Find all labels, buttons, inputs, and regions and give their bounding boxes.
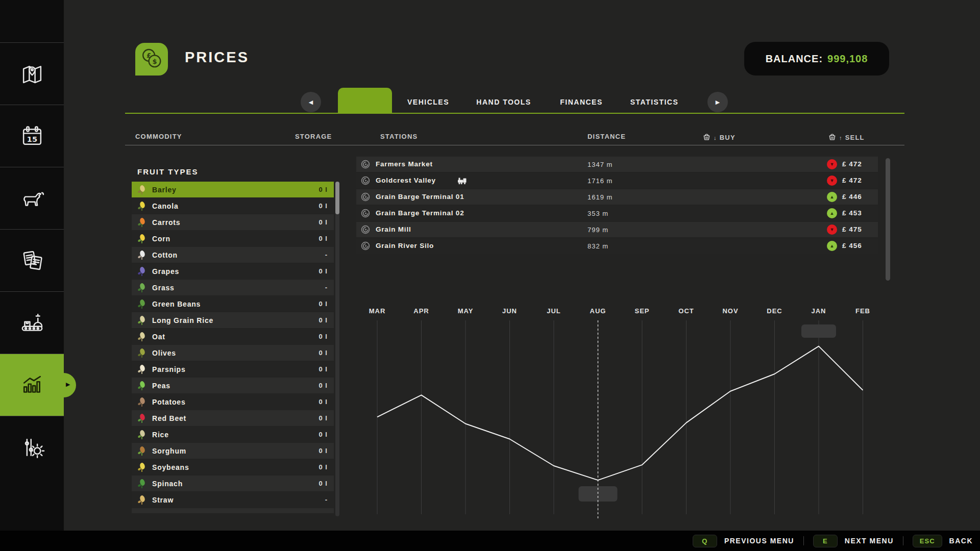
sorghum-icon [136,445,148,457]
month-label-aug: AUG [590,307,606,315]
commodity-row-rice[interactable]: Rice0 l [132,427,334,442]
commodity-label: Rice [152,431,319,439]
station-row-grain-barge-terminal-02[interactable]: Grain Barge Terminal 02353 m▲£ 453 [356,206,878,221]
station-hotspot-icon [360,208,371,218]
commodity-row-potatoes[interactable]: Potatoes0 l [132,394,334,410]
commodity-storage-value: 0 l [319,414,328,422]
station-name: Grain Barge Terminal 01 [376,193,464,201]
commodity-label: Green Beans [152,300,319,308]
caret-right-icon: ▶ [66,381,70,388]
barley-icon [136,184,148,195]
station-hotspot-icon [360,224,371,235]
commodity-row-olives[interactable]: Olives0 l [132,345,334,361]
station-distance: 1619 m [587,193,612,201]
tab-prices-selected[interactable] [338,88,392,114]
sidebar-item-contracts[interactable] [0,229,64,292]
commodity-label: Long Grain Rice [152,316,319,324]
commodity-row-cotton[interactable]: Cotton- [132,247,334,263]
price-trend-up-icon: ▲ [827,241,837,251]
selected-item-bump [52,373,76,397]
commodity-row-spinach[interactable]: Spinach0 l [132,475,334,491]
station-sell-price: £ 453 [842,209,862,217]
tabs-next-button[interactable]: ▶ [707,92,728,112]
hint-next-menu[interactable]: ENEXT MENU [813,535,894,547]
station-hotspot-icon [360,241,371,251]
commodity-row-grass[interactable]: Grass- [132,280,334,295]
commodity-storage-value: 0 l [319,480,328,487]
commodity-label: Straw [152,496,325,504]
commodity-storage-value: 0 l [319,316,328,324]
svg-text:£: £ [146,52,151,59]
commodity-list: Barley0 lCanola0 lCarrots0 lCorn0 lCotto… [132,182,334,513]
commodity-storage-value: 0 l [319,186,328,193]
commodity-row-soybeans[interactable]: Soybeans0 l [132,459,334,475]
commodity-row-carrots[interactable]: Carrots0 l [132,214,334,230]
station-row-grain-river-silo[interactable]: Grain River Silo832 m▲£ 456 [356,238,878,254]
station-row-farmers-market[interactable]: Farmers Market1347 m▼£ 472 [356,157,878,172]
tabbar-underline [125,113,904,114]
commodity-label: Grass [152,284,325,292]
sidebar-item-settings-sliders[interactable] [0,416,64,479]
commodity-label: Potatoes [152,398,319,406]
sidebar-item-calendar[interactable]: 15 [0,105,64,167]
station-row-grain-mill[interactable]: Grain Mill799 m▼£ 475 [356,222,878,237]
commodity-row-green-beans[interactable]: Green Beans0 l [132,296,334,312]
header-divider [125,145,904,145]
commodity-scrollbar-track[interactable] [335,182,339,516]
commodity-label: Sorghum [152,447,319,455]
hint-back[interactable]: ESCBACK [913,535,973,547]
commodity-label: Peas [152,382,319,390]
tab-vehicles[interactable]: VEHICLES [407,98,449,106]
commodity-storage-value: 0 l [319,382,328,389]
commodity-row-barley[interactable]: Barley0 l [132,182,334,197]
settings-sliders-icon [18,434,46,461]
commodity-row-sorghum[interactable]: Sorghum0 l [132,443,334,459]
commodity-label: Carrots [152,218,319,227]
commodity-row-grapes[interactable]: Grapes0 l [132,263,334,279]
commodity-row-corn[interactable]: Corn0 l [132,231,334,246]
sidebar-item-animals[interactable] [0,167,64,230]
station-name: Grain Barge Terminal 02 [376,209,464,217]
sidebar-item-prices-statistics[interactable]: ▶ [0,354,64,416]
station-sell-price: £ 472 [842,177,862,184]
station-name: Goldcrest Valley [376,177,436,184]
column-header-commodity: COMMODITY [135,133,182,140]
commodity-row-red-beet[interactable]: Red Beet0 l [132,410,334,426]
commodity-storage-value: - [325,251,328,259]
tab-hand-tools[interactable]: HAND TOOLS [476,98,531,106]
buy-basket-icon [702,133,711,141]
column-header-distance: DISTANCE [587,133,626,140]
commodity-storage-value: 0 l [319,398,328,406]
month-label-nov: NOV [722,307,738,315]
commodity-storage-value: 0 l [319,365,328,373]
sidebar-item-map[interactable] [0,42,64,105]
commodity-row-peas[interactable]: Peas0 l [132,378,334,393]
commodity-row-canola[interactable]: Canola0 l [132,198,334,214]
hint-previous-menu[interactable]: QPREVIOUS MENU [693,535,794,547]
long-grain-rice-icon [136,315,148,326]
tabs-prev-button[interactable]: ◀ [301,92,321,112]
keycap-esc: ESC [913,535,942,547]
commodity-row-long-grain-rice[interactable]: Long Grain Rice0 l [132,312,334,328]
station-row-grain-barge-terminal-01[interactable]: Grain Barge Terminal 011619 m▲£ 446 [356,189,878,205]
station-scrollbar[interactable] [886,158,890,281]
commodity-label: Red Beet [152,414,319,422]
rice-icon [136,429,148,440]
tab-finances[interactable]: FINANCES [560,98,603,106]
commodity-row-parsnips[interactable]: Parsnips0 l [132,361,334,377]
price-trend-up-icon: ▲ [827,208,837,218]
station-distance: 832 m [587,242,608,250]
keycap-e: E [813,535,838,547]
commodity-scrollbar-thumb[interactable] [335,182,339,214]
hint-label: BACK [949,537,973,545]
commodity-group-label: FRUIT TYPES [137,167,199,176]
commodity-storage-value: 0 l [319,235,328,242]
tab-statistics[interactable]: STATISTICS [630,98,679,106]
commodity-row-straw[interactable]: Straw- [132,492,334,508]
station-row-goldcrest-valley[interactable]: Goldcrest Valley1716 m▼£ 472 [356,173,878,188]
month-label-jan: JAN [811,307,826,315]
commodity-label: Grapes [152,267,319,276]
sidebar-item-production[interactable] [0,291,64,354]
commodity-row-oat[interactable]: Oat0 l [132,329,334,344]
station-name: Grain Mill [376,226,411,233]
